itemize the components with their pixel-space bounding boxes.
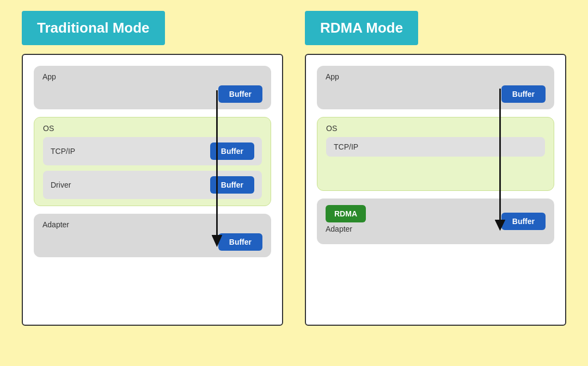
rdma-adapter-label: Adapter: [326, 225, 366, 233]
traditional-driver-sublayer: Driver Buffer: [43, 171, 262, 199]
rdma-diagram-wrapper: App Buffer OS TCP/IP: [317, 66, 554, 244]
rdma-diagram-box: App Buffer OS TCP/IP: [305, 54, 566, 326]
traditional-diagram-box: App Buffer OS TCP/IP Buffer Driver Buffe…: [22, 54, 283, 326]
traditional-app-label: App: [42, 72, 262, 81]
rdma-os-layer: OS TCP/IP: [317, 117, 554, 191]
traditional-mode-title: Traditional Mode: [22, 11, 165, 45]
rdma-adapter-buffer: Buffer: [501, 213, 546, 230]
traditional-driver-label: Driver: [51, 181, 71, 189]
traditional-mode-column: Traditional Mode App Buffer OS TCP/IP Bu…: [22, 11, 283, 326]
rdma-tcpip-label: TCP/IP: [334, 142, 358, 151]
rdma-tcpip-sublayer: TCP/IP: [326, 137, 545, 157]
traditional-driver-buffer: Buffer: [210, 176, 254, 194]
main-container: Traditional Mode App Buffer OS TCP/IP Bu…: [0, 0, 588, 366]
traditional-adapter-layer: Adapter Buffer: [34, 214, 271, 257]
traditional-adapter-label: Adapter: [42, 220, 262, 229]
traditional-diagram-wrapper: App Buffer OS TCP/IP Buffer Driver Buffe…: [34, 66, 271, 257]
rdma-rdma-label: RDMA: [326, 205, 366, 222]
traditional-tcpip-label: TCP/IP: [51, 147, 75, 156]
rdma-app-label: App: [326, 72, 546, 81]
rdma-os-label: OS: [326, 124, 545, 133]
traditional-os-label: OS: [43, 124, 262, 133]
rdma-mode-title: RDMA Mode: [305, 11, 418, 45]
rdma-adapter-row: RDMA Adapter Buffer: [326, 205, 546, 238]
traditional-adapter-buffer: Buffer: [218, 233, 262, 251]
rdma-adapter-layer: RDMA Adapter Buffer: [317, 198, 554, 244]
rdma-app-layer: App Buffer: [317, 66, 554, 109]
traditional-tcpip-sublayer: TCP/IP Buffer: [43, 137, 262, 165]
rdma-os-inner: TCP/IP: [326, 137, 545, 184]
traditional-os-layer: OS TCP/IP Buffer Driver Buffer: [34, 117, 271, 206]
rdma-adapter-left: RDMA Adapter: [326, 205, 366, 238]
traditional-app-layer: App Buffer: [34, 66, 271, 109]
rdma-app-buffer: Buffer: [501, 85, 546, 103]
traditional-app-buffer: Buffer: [218, 85, 262, 103]
rdma-mode-column: RDMA Mode App Buffer OS TCP/IP: [305, 11, 566, 326]
traditional-os-inner: TCP/IP Buffer Driver Buffer: [43, 137, 262, 199]
traditional-tcpip-buffer: Buffer: [210, 142, 254, 160]
